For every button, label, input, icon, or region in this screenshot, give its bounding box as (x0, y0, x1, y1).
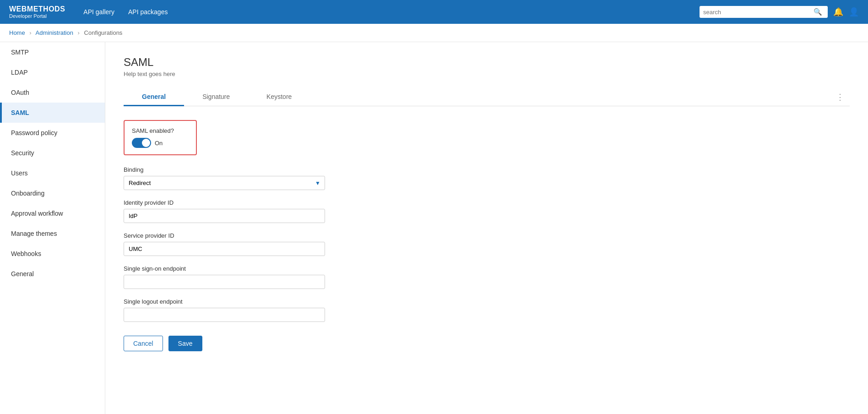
sso-endpoint-group: Single sign-on endpoint (124, 265, 444, 289)
breadcrumb-sep-2: › (78, 29, 80, 36)
sso-endpoint-label: Single sign-on endpoint (124, 265, 444, 272)
brand-main: WEBMETHODS (9, 5, 65, 13)
binding-label: Binding (124, 166, 444, 173)
tab-signature[interactable]: Signature (184, 88, 248, 106)
form-section: SAML enabled? On Binding Redirect POST (124, 120, 444, 351)
cancel-button[interactable]: Cancel (124, 336, 163, 351)
toggle-on-label: On (155, 140, 163, 147)
nav-api-gallery[interactable]: API gallery (83, 8, 114, 16)
sso-endpoint-input[interactable] (124, 275, 325, 289)
sidebar-item-webhooks[interactable]: Webhooks (0, 244, 105, 264)
sidebar-item-security[interactable]: Security (0, 143, 105, 163)
sidebar-item-general[interactable]: General (0, 264, 105, 284)
sidebar: SMTP LDAP OAuth SAML Password policy Sec… (0, 42, 105, 414)
sidebar-item-approval-workflow[interactable]: Approval workflow (0, 203, 105, 223)
notifications-icon[interactable]: 🔔 (833, 7, 843, 17)
breadcrumb-admin[interactable]: Administration (36, 29, 73, 36)
user-icon[interactable]: 👤 (849, 7, 859, 17)
identity-provider-group: Identity provider ID (124, 199, 444, 223)
nav-right: 🔍 🔔 👤 (700, 6, 859, 18)
sidebar-item-manage-themes[interactable]: Manage themes (0, 223, 105, 244)
button-row: Cancel Save (124, 336, 444, 351)
logout-endpoint-label: Single logout endpoint (124, 298, 444, 305)
toggle-slider (132, 138, 151, 148)
page-subtitle: Help text goes here (124, 71, 850, 77)
nav-api-packages[interactable]: API packages (128, 8, 168, 16)
identity-provider-label: Identity provider ID (124, 199, 444, 206)
binding-select-wrapper: Redirect POST Artifact ▼ (124, 176, 325, 190)
breadcrumb-home[interactable]: Home (9, 29, 25, 36)
saml-enabled-card: SAML enabled? On (124, 120, 197, 155)
brand: WEBMETHODS Developer Portal (9, 5, 65, 19)
service-provider-input[interactable] (124, 242, 325, 256)
search-box: 🔍 (700, 6, 828, 18)
brand-sub: Developer Portal (9, 13, 65, 19)
search-input[interactable] (703, 9, 812, 16)
sidebar-item-ldap[interactable]: LDAP (0, 62, 105, 82)
main-layout: SMTP LDAP OAuth SAML Password policy Sec… (0, 42, 868, 414)
tabs: General Signature Keystore ⋮ (124, 88, 850, 106)
breadcrumb: Home › Administration › Configurations (0, 24, 868, 42)
sidebar-item-oauth[interactable]: OAuth (0, 82, 105, 103)
saml-toggle[interactable] (132, 138, 151, 148)
binding-group: Binding Redirect POST Artifact ▼ (124, 166, 444, 190)
page-title: SAML (124, 56, 850, 69)
nav-links: API gallery API packages (83, 8, 700, 16)
main-content: SAML Help text goes here General Signatu… (105, 42, 868, 414)
tab-general[interactable]: General (124, 88, 184, 106)
toggle-row: On (132, 138, 189, 148)
saml-enabled-label: SAML enabled? (132, 127, 189, 134)
logout-endpoint-input[interactable] (124, 308, 325, 322)
service-provider-label: Service provider ID (124, 232, 444, 239)
breadcrumb-current: Configurations (84, 29, 123, 36)
search-button[interactable]: 🔍 (812, 8, 824, 16)
sidebar-item-saml[interactable]: SAML (0, 103, 105, 123)
binding-select[interactable]: Redirect POST Artifact (124, 176, 325, 190)
service-provider-group: Service provider ID (124, 232, 444, 256)
sidebar-item-password-policy[interactable]: Password policy (0, 123, 105, 143)
tab-keystore[interactable]: Keystore (248, 88, 310, 106)
logout-endpoint-group: Single logout endpoint (124, 298, 444, 322)
identity-provider-input[interactable] (124, 209, 325, 223)
tabs-more-icon[interactable]: ⋮ (830, 88, 850, 106)
top-nav: WEBMETHODS Developer Portal API gallery … (0, 0, 868, 24)
sidebar-item-onboarding[interactable]: Onboarding (0, 183, 105, 203)
sidebar-item-users[interactable]: Users (0, 163, 105, 183)
save-button[interactable]: Save (168, 336, 202, 351)
sidebar-item-smtp[interactable]: SMTP (0, 42, 105, 62)
breadcrumb-sep-1: › (29, 29, 31, 36)
